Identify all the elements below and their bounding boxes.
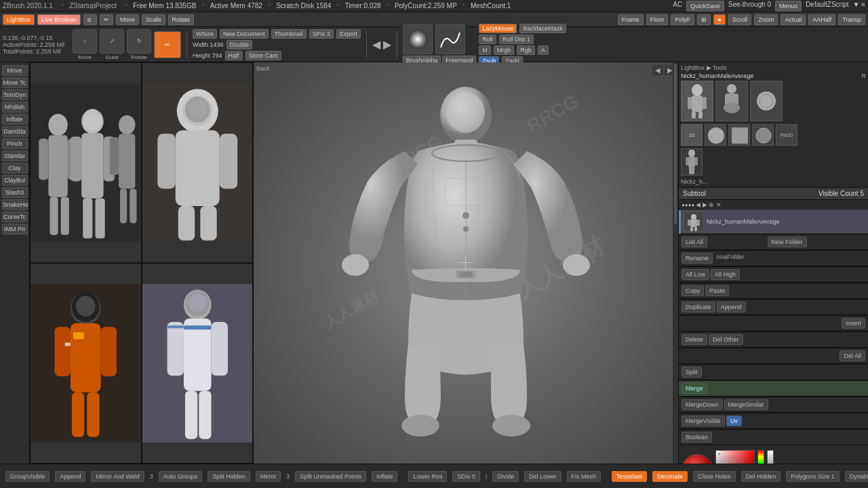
lazy-mouse-btn[interactable]: LazyMouse (479, 24, 517, 33)
brush-alpha-icon[interactable] (403, 24, 433, 54)
model-thumb-sphere2[interactable] (728, 124, 750, 146)
alpha-btn[interactable]: α (83, 14, 97, 25)
model-thumb-sphere1[interactable] (705, 124, 726, 146)
scroll-btn[interactable]: Scroll (728, 14, 752, 25)
m-btn[interactable]: M (479, 45, 491, 55)
new-folder-btn[interactable]: New Folder (768, 237, 807, 247)
model-thumb-polysph[interactable] (750, 81, 783, 121)
all-high-btn[interactable]: All High (711, 269, 740, 280)
merge-down-btn[interactable]: MergeDown (682, 399, 723, 410)
mirror-btn[interactable]: Mirror (256, 471, 281, 482)
tool-standard[interactable]: Standar (2, 150, 28, 161)
tool-curve-tc[interactable]: CurveTc (2, 211, 28, 222)
auto-groups-btn[interactable]: Auto Groups (159, 471, 203, 482)
fix-mesh-btn[interactable]: Fix Mesh (567, 471, 601, 482)
tool-inflate[interactable]: Inflate (2, 114, 28, 125)
del-hidden-btn[interactable]: Del Hidden (741, 471, 781, 482)
tool-trim-dyn[interactable]: TrimDyn (2, 89, 28, 100)
rename-btn[interactable]: Rename (682, 253, 713, 264)
uv-btn[interactable]: Uv (726, 415, 742, 426)
draw-btn[interactable]: ✏ (100, 14, 113, 25)
insert-btn[interactable]: Insert (842, 318, 865, 329)
rotate-tool-icon[interactable]: ↻ (127, 29, 151, 54)
next-arrow[interactable]: ▶ (383, 38, 391, 51)
export-btn[interactable]: Export (336, 29, 361, 39)
floor-btn[interactable]: Floor (646, 14, 669, 25)
merge-btn[interactable]: Merge (682, 383, 707, 394)
double-btn[interactable]: Double (226, 40, 253, 49)
scale-tool-icon[interactable]: ⤢ (100, 29, 124, 54)
live-boolean-btn[interactable]: Live Boolean (37, 14, 81, 25)
divide-btn[interactable]: Divide (492, 471, 519, 482)
freehand-icon[interactable] (435, 24, 465, 54)
model-thumb-figure[interactable] (681, 148, 703, 176)
tool-move-tc[interactable]: Move Tc (2, 77, 28, 88)
split-unmasked-btn[interactable]: Split Unmasked Points (295, 471, 366, 482)
sdiv-slider[interactable] (486, 474, 487, 479)
polyf-btn[interactable]: PolyF (671, 14, 694, 25)
matcap-sphere[interactable] (682, 454, 713, 464)
paste-btn[interactable]: Paste (705, 285, 729, 296)
split-hidden-btn[interactable]: Split Hidden (208, 471, 250, 482)
tool-damsta[interactable]: DamSta (2, 126, 28, 137)
boolean-btn[interactable]: Boolean (682, 432, 712, 443)
del-lower-btn[interactable]: Del Lower (524, 471, 561, 482)
thumbnail-btn[interactable]: Thumbnail (271, 29, 307, 39)
tool-move[interactable]: Move (2, 65, 28, 76)
new-document-btn[interactable]: New Document (220, 29, 269, 39)
duplicate-btn[interactable]: Duplicate (682, 302, 715, 312)
viewport[interactable]: RRCG 人人素材 RRCG 人人素材 (254, 62, 678, 464)
del-all-btn[interactable]: Del All (840, 350, 865, 361)
backface-mask-btn[interactable]: BackfaceMask (519, 24, 566, 33)
draw-mode-icon[interactable]: ✏ (154, 31, 181, 58)
zoom-btn[interactable]: Zoom (754, 14, 778, 25)
tesselate-btn[interactable]: Tesselate (612, 471, 647, 482)
spix3-btn[interactable]: SPix 3 (309, 29, 334, 39)
dynmesh-btn[interactable]: DynaMesh (845, 471, 868, 482)
nav-prev-btn[interactable]: ◀ (652, 65, 663, 75)
delete-btn[interactable]: Delete (682, 334, 707, 345)
group-visible-btn[interactable]: GroupVisible (5, 471, 50, 482)
append-bottom-btn[interactable]: Append (55, 471, 85, 482)
draw-icon-btn[interactable]: ● (713, 14, 725, 25)
hue-bar[interactable] (757, 450, 764, 464)
vertical-scrollbar[interactable] (673, 62, 678, 464)
close-holes-btn[interactable]: Close Holes (693, 471, 736, 482)
mirror-weld-btn[interactable]: Mirror And Weld (91, 471, 144, 482)
tool-snake-hook[interactable]: SnakeHo (2, 199, 28, 210)
move-tool-icon[interactable]: ↕ (73, 29, 97, 54)
actual-btn[interactable]: Actual (781, 14, 806, 25)
quicksave-btn[interactable]: QuickSave (686, 1, 724, 12)
merge-visible-btn[interactable]: MergeVisible (682, 415, 725, 426)
tool-clay-build[interactable]: ClayBui (2, 175, 28, 186)
rgb-btn[interactable]: Rgb (517, 45, 535, 55)
roll-dist-btn[interactable]: Roll Dist 1 (499, 35, 534, 44)
model-thumb-3[interactable]: 10 (681, 124, 703, 146)
del-other-btn[interactable]: Del Other (709, 334, 743, 345)
inflate-btn[interactable]: Inflate (372, 471, 398, 482)
mrgb-btn[interactable]: Mrgb (494, 45, 515, 55)
all-low-btn[interactable]: All Low (682, 269, 709, 280)
snap-btn[interactable]: ⊞ (697, 14, 711, 25)
wsize-btn[interactable]: WSize (193, 29, 217, 39)
copy-btn[interactable]: Copy (682, 285, 704, 296)
model-thumb-pm3d[interactable]: PM3D (776, 124, 797, 146)
lightbox-btn[interactable]: LightBox (3, 14, 35, 25)
tool-slash3[interactable]: Slash3 (2, 187, 28, 198)
list-all-btn[interactable]: List All (682, 237, 707, 247)
sdiv5-btn[interactable]: SDiv 5 (452, 471, 480, 482)
rotate-btn[interactable]: Rotate (168, 14, 195, 25)
merge-similar-btn[interactable]: MergeSimilar (724, 399, 768, 410)
subtool-active-item[interactable]: Nickz_humanMaleAverage (679, 210, 868, 234)
polygons-size-btn[interactable]: Polygons Size 1 (786, 471, 840, 482)
store-cam-btn[interactable]: Store Cam (245, 51, 281, 60)
prev-arrow[interactable]: ◀ (372, 38, 380, 51)
append-btn[interactable]: Append (717, 302, 746, 312)
move-btn2[interactable]: Move (116, 14, 139, 25)
half-btn[interactable]: Half (225, 51, 243, 60)
decimate-btn[interactable]: Decimate (652, 471, 688, 482)
tool-imm-pri[interactable]: IMM Pri (2, 224, 28, 235)
a-btn[interactable]: A (538, 45, 549, 55)
model-thumb-sphere3[interactable] (752, 124, 774, 146)
scale-btn[interactable]: Scale (142, 14, 165, 25)
